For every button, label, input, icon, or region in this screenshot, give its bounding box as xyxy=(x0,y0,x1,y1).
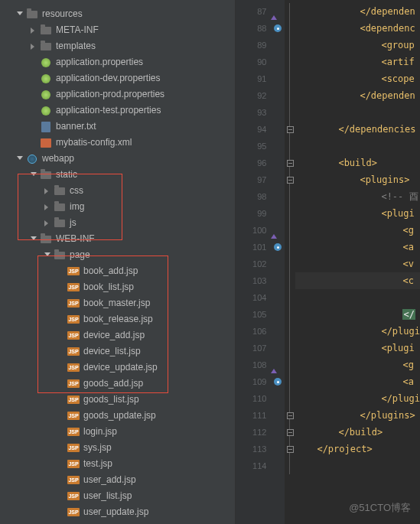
gutter-icon-cell xyxy=(271,104,285,121)
tree-row[interactable]: JSPbook_master.jsp xyxy=(0,295,235,311)
tree-row[interactable]: JSPuser_update.jsp xyxy=(0,504,235,520)
code-line[interactable]: <build> xyxy=(295,155,420,171)
code-line[interactable]: <c xyxy=(295,272,420,289)
implements-arrow-icon[interactable] xyxy=(271,15,277,20)
code-line[interactable]: </dependen xyxy=(295,87,420,104)
code-line[interactable]: <plugins> xyxy=(295,171,420,188)
tree-row[interactable]: img xyxy=(0,199,235,215)
tree-row[interactable]: JSPtest.jsp xyxy=(0,456,235,472)
fold-toggle-icon[interactable] xyxy=(287,412,294,419)
code-line[interactable]: <group xyxy=(295,37,420,54)
tree-row[interactable]: application-prod.properties xyxy=(0,86,235,103)
implements-arrow-icon[interactable] xyxy=(271,369,277,373)
tree-row[interactable]: js xyxy=(0,215,235,231)
implements-arrow-icon[interactable] xyxy=(271,234,277,239)
code-line[interactable]: <!-- 酉 xyxy=(295,188,420,205)
code-line[interactable] xyxy=(295,138,420,155)
tree-row[interactable]: static xyxy=(0,167,235,183)
tree-row[interactable]: JSPdevice_update.jsp xyxy=(0,360,235,376)
tree-row[interactable]: page xyxy=(0,247,235,263)
tree-row[interactable]: JSPgoods_add.jsp xyxy=(0,376,235,392)
tree-row[interactable]: JSPbook_list.jsp xyxy=(0,279,235,295)
code-line[interactable] xyxy=(295,457,420,474)
code-line[interactable] xyxy=(295,104,420,121)
fold-toggle-icon[interactable] xyxy=(287,177,294,184)
tree-row[interactable]: resources xyxy=(0,6,235,22)
tree-item-label: css xyxy=(70,183,83,199)
tree-row[interactable]: JSPdevice_add.jsp xyxy=(0,327,235,343)
tree-row[interactable]: JSPuser_add.jsp xyxy=(0,472,235,488)
xml-icon xyxy=(40,137,52,149)
code-line[interactable]: <artif xyxy=(295,54,420,70)
code-line[interactable]: <g xyxy=(295,222,420,239)
tree-item-label: application-dev.properties xyxy=(56,70,161,86)
override-circle-icon[interactable] xyxy=(274,24,282,32)
code-line[interactable]: </project> xyxy=(295,441,420,457)
code-line[interactable]: <a xyxy=(295,373,420,390)
code-line[interactable]: <scope xyxy=(295,70,420,87)
code-line[interactable]: <v xyxy=(295,255,420,272)
tree-row[interactable]: application.properties xyxy=(0,54,235,70)
fold-toggle-icon[interactable] xyxy=(287,126,294,133)
gutter-icon-cell xyxy=(271,70,285,87)
tree-row[interactable]: application-test.properties xyxy=(0,103,235,119)
expand-arrow-icon[interactable] xyxy=(44,188,50,194)
tree-row[interactable]: JSPsys.jsp xyxy=(0,440,235,456)
expand-arrow-icon[interactable] xyxy=(31,172,37,178)
tree-row[interactable]: banner.txt xyxy=(0,119,235,135)
code-line[interactable]: <a xyxy=(295,239,420,255)
fold-toggle-icon[interactable] xyxy=(287,429,294,436)
code-line[interactable] xyxy=(295,289,420,306)
tree-row[interactable]: mybatis-config.xml xyxy=(0,135,235,151)
override-circle-icon[interactable] xyxy=(274,243,282,251)
code-line[interactable]: </dependen xyxy=(295,3,420,20)
code-line[interactable]: </ xyxy=(295,306,420,323)
tree-row[interactable]: JSPgoods_list.jsp xyxy=(0,392,235,408)
jsp-icon: JSP xyxy=(67,330,80,342)
expand-arrow-icon[interactable] xyxy=(17,11,23,18)
expand-arrow-icon[interactable] xyxy=(31,44,37,50)
code-line[interactable]: </plugi xyxy=(295,390,420,407)
expand-arrow-icon[interactable] xyxy=(31,28,37,34)
code-line[interactable]: </build> xyxy=(295,424,420,441)
tree-row[interactable]: webapp xyxy=(0,151,235,167)
code-line[interactable]: </plugins> xyxy=(295,407,420,424)
tree-row[interactable]: JSPgoods_update.jsp xyxy=(0,408,235,424)
fold-toggle-icon[interactable] xyxy=(287,446,294,453)
gutter-icon-cell xyxy=(271,323,285,340)
expand-arrow-icon[interactable] xyxy=(17,156,23,162)
expand-arrow-icon[interactable] xyxy=(31,236,37,242)
tree-row[interactable]: JSPuser_list.jsp xyxy=(0,488,235,504)
tree-row[interactable]: JSPbook_release.jsp xyxy=(0,311,235,327)
tree-row[interactable]: application-dev.properties xyxy=(0,70,235,86)
expand-arrow-icon[interactable] xyxy=(44,252,50,259)
code-line[interactable]: <g xyxy=(295,356,420,373)
fold-cell xyxy=(285,289,295,306)
fold-cell xyxy=(285,222,295,239)
code-line[interactable]: <plugi xyxy=(295,340,420,356)
expand-arrow-icon[interactable] xyxy=(44,220,50,226)
line-number: 109 xyxy=(236,373,271,390)
folder-icon xyxy=(40,169,52,181)
expand-arrow-icon[interactable] xyxy=(44,204,50,210)
fold-toggle-icon[interactable] xyxy=(287,160,294,167)
fold-cell xyxy=(285,104,295,121)
code-content[interactable]: </dependen<dependenc<group<artif<scope</… xyxy=(295,0,420,524)
code-line[interactable]: </plugi xyxy=(295,323,420,340)
tree-row[interactable]: templates xyxy=(0,38,235,54)
line-number: 94 xyxy=(236,121,271,138)
tree-row[interactable]: WEB-INF xyxy=(0,231,235,247)
tree-row[interactable]: css xyxy=(0,183,235,199)
jsp-icon: JSP xyxy=(67,458,80,470)
code-line[interactable]: </dependencies xyxy=(295,121,420,138)
tree-row[interactable]: JSPbook_add.jsp xyxy=(0,263,235,279)
code-line[interactable]: <dependenc xyxy=(295,20,420,37)
override-circle-icon[interactable] xyxy=(274,378,282,386)
tree-row[interactable]: META-INF xyxy=(0,22,235,38)
tree-item-label: device_list.jsp xyxy=(83,343,141,360)
tree-row[interactable]: JSPlogin.jsp xyxy=(0,424,235,440)
fold-cell xyxy=(285,138,295,155)
tree-row[interactable]: JSPdevice_list.jsp xyxy=(0,343,235,360)
line-number: 111 xyxy=(236,407,271,424)
code-line[interactable]: <plugi xyxy=(295,205,420,222)
